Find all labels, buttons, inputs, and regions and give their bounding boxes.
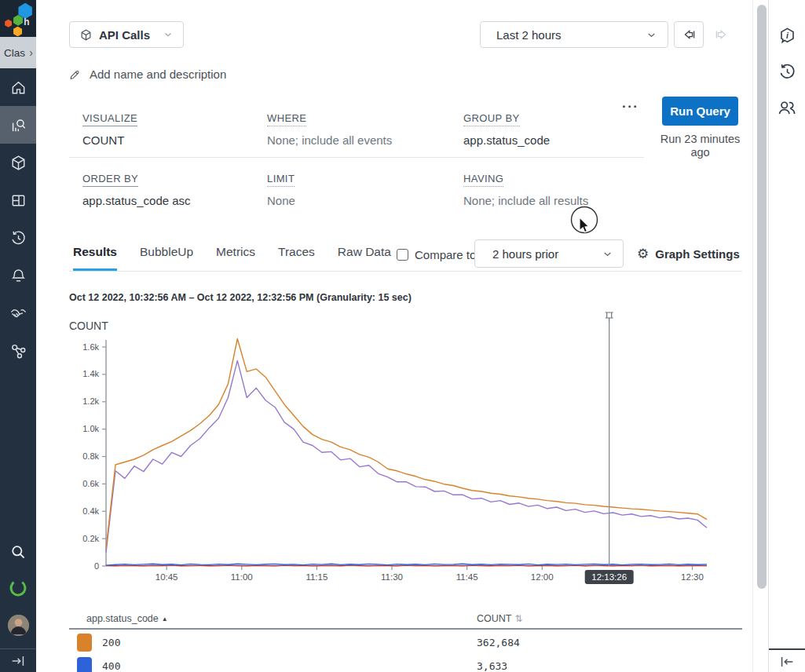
series-swatch-400[interactable] xyxy=(77,657,92,672)
home-icon xyxy=(9,79,27,97)
compare-to-toggle[interactable]: Compare to xyxy=(397,248,476,261)
rail-search-button[interactable] xyxy=(0,535,36,569)
nav-boards[interactable] xyxy=(0,181,36,219)
add-name-label: Add name and description xyxy=(90,68,226,81)
tabs-underline xyxy=(69,271,742,272)
team-icon xyxy=(777,97,797,118)
honeycomb-logo[interactable]: h xyxy=(0,0,36,37)
qb-label-limit: LIMIT xyxy=(267,173,295,187)
svg-text:0.8k: 0.8k xyxy=(82,451,99,461)
svg-text:11:15: 11:15 xyxy=(306,572,327,582)
breadcrumb[interactable]: Clas › xyxy=(0,37,36,68)
gear-icon: ⚙ xyxy=(637,246,649,262)
rail-expand-button[interactable] xyxy=(0,649,36,672)
tab-metrics[interactable]: Metrics xyxy=(216,245,255,271)
svg-text:1.0k: 1.0k xyxy=(82,424,99,433)
svg-text:1.2k: 1.2k xyxy=(82,396,99,406)
avatar-photo xyxy=(8,615,29,636)
expand-right-icon xyxy=(9,652,27,670)
column-label: COUNT xyxy=(477,613,511,624)
qb-field-limit[interactable]: LIMIT None xyxy=(267,171,440,207)
run-query-button[interactable]: Run Query xyxy=(662,97,738,126)
nav-home[interactable] xyxy=(0,68,36,106)
svg-text:12:30: 12:30 xyxy=(681,572,704,582)
column-header-status-code[interactable]: app.status_code ▲ xyxy=(86,613,168,624)
nav-activity-history[interactable] xyxy=(0,219,36,257)
svg-text:11:45: 11:45 xyxy=(456,572,478,582)
team-activity-button[interactable] xyxy=(769,89,805,126)
nav-datasets[interactable] xyxy=(0,144,36,181)
series-swatch-200[interactable] xyxy=(77,634,92,652)
compare-checkbox[interactable] xyxy=(397,249,408,261)
svg-text:1.6k: 1.6k xyxy=(82,342,99,352)
qb-field-group-by[interactable]: GROUP BY app.status_code xyxy=(463,111,636,147)
row-count: 362,684 xyxy=(477,637,520,648)
history-forward-button[interactable] xyxy=(708,21,735,48)
qb-field-having[interactable]: HAVING None; include all results xyxy=(463,171,636,207)
qb-value-limit: None xyxy=(267,194,440,207)
row-value: 200 xyxy=(102,637,120,648)
svg-text:12:13:26: 12:13:26 xyxy=(591,572,627,582)
svg-text:0.2k: 0.2k xyxy=(82,534,99,543)
svg-text:11:00: 11:00 xyxy=(231,572,253,582)
qb-overflow-menu[interactable]: ··· xyxy=(622,99,639,115)
app-root: h Clas › xyxy=(0,0,805,672)
chevron-down-icon xyxy=(602,248,613,260)
collapse-panel-button[interactable] xyxy=(769,652,805,672)
main-content: API Calls Last 2 hours Add name xyxy=(36,0,752,672)
qb-label-group-by: GROUP BY xyxy=(463,112,520,126)
qb-label-having: HAVING xyxy=(463,173,503,187)
usage-ring-icon xyxy=(9,579,27,597)
row-value: 400 xyxy=(102,660,120,672)
history-back-button[interactable] xyxy=(674,21,704,48)
svg-text:0.6k: 0.6k xyxy=(82,479,99,488)
vertical-scrollbar[interactable] xyxy=(752,0,769,672)
nav-query-builder[interactable] xyxy=(0,106,36,144)
qb-value-visualize: COUNT xyxy=(82,133,255,147)
qb-field-visualize[interactable]: VISUALIZE COUNT xyxy=(82,111,255,147)
tab-results[interactable]: Results xyxy=(73,245,117,271)
tab-traces[interactable]: Traces xyxy=(278,245,315,271)
scrollbar-thumb[interactable] xyxy=(757,5,767,589)
qb-label-order-by: ORDER BY xyxy=(82,173,138,187)
qb-field-where[interactable]: WHERE None; include all events xyxy=(267,111,440,147)
add-name-description[interactable]: Add name and description xyxy=(69,68,226,81)
nav-triggers[interactable] xyxy=(0,257,36,294)
info-hexagon-icon: i xyxy=(778,26,797,46)
tab-raw-data[interactable]: Raw Data xyxy=(338,245,391,271)
chevron-down-icon xyxy=(646,29,657,41)
honeycomb-logo-icon: h xyxy=(3,2,33,36)
qb-label-where: WHERE xyxy=(267,112,306,126)
user-avatar[interactable] xyxy=(0,607,36,643)
query-details-button[interactable]: i xyxy=(769,17,805,53)
graph-settings-button[interactable]: ⚙ Graph Settings xyxy=(637,246,740,262)
tab-bubbleup[interactable]: BubbleUp xyxy=(140,245,193,271)
rail-bottom-group xyxy=(0,535,36,672)
chart-time-range-label: Oct 12 2022, 10:32:56 AM – Oct 12 2022, … xyxy=(69,292,412,303)
column-label: app.status_code xyxy=(86,613,159,624)
time-range-select[interactable]: Last 2 hours xyxy=(480,21,668,48)
time-range-value: Last 2 hours xyxy=(496,28,562,42)
nav-slos[interactable] xyxy=(0,294,36,332)
table-row[interactable] xyxy=(69,656,742,672)
left-nav-rail: h Clas › xyxy=(0,0,36,672)
column-header-count[interactable]: COUNT ⇅ xyxy=(477,613,523,624)
graph-settings-label: Graph Settings xyxy=(655,247,740,261)
dataset-selector[interactable]: API Calls xyxy=(69,21,184,48)
qb-field-order-by[interactable]: ORDER BY app.status_code asc xyxy=(82,171,255,207)
nav-service-map[interactable] xyxy=(0,332,36,370)
search-icon xyxy=(9,542,27,561)
arrow-forward-icon xyxy=(714,27,730,42)
service-map-icon xyxy=(9,342,27,360)
svg-text:10:45: 10:45 xyxy=(156,572,178,582)
results-chart[interactable]: 00.2k0.4k0.6k0.8k1.0k1.2k1.4k1.6k10:4511… xyxy=(68,306,719,593)
qb-row-divider xyxy=(69,157,644,158)
query-history-button[interactable] xyxy=(769,53,805,89)
compare-range-select[interactable]: 2 hours prior xyxy=(474,239,624,268)
sort-icon: ⇅ xyxy=(514,613,522,624)
breadcrumb-label: Clas xyxy=(4,47,25,59)
svg-text:i: i xyxy=(786,31,789,39)
table-row[interactable] xyxy=(69,632,742,655)
table-header-divider xyxy=(69,628,742,630)
usage-status-ring[interactable] xyxy=(0,569,36,607)
